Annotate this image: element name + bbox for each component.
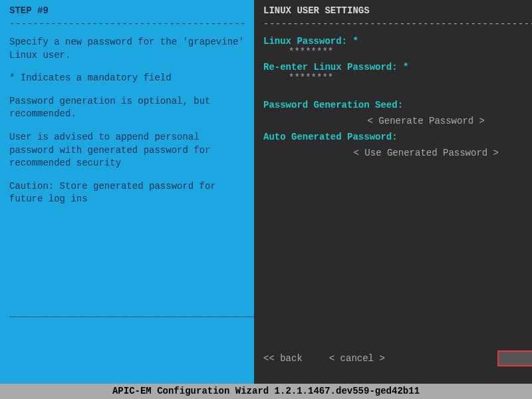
right-panel: LINUX USER SETTINGS --------------------…: [254, 0, 532, 384]
linux-password-field[interactable]: ********: [289, 47, 532, 57]
intro-text: Specify a new password for the 'grapevin…: [9, 36, 245, 62]
advice-text: User is advised to append personal passw…: [9, 131, 245, 170]
next-button[interactable]: next >>: [497, 350, 532, 366]
use-generated-password-button[interactable]: < Use Generated Password >: [263, 148, 532, 158]
footer-bar: APIC-EM Configuration Wizard 1.2.1.1467.…: [0, 384, 532, 399]
back-button[interactable]: << back: [263, 353, 303, 364]
reenter-password-field[interactable]: ********: [289, 72, 532, 83]
generation-note: Password generation is optional, but rec…: [9, 95, 245, 121]
left-bottom-divider: ________________________________________…: [9, 308, 245, 319]
linux-password-label: Linux Password: *: [263, 36, 532, 47]
mandatory-note: * Indicates a mandatory field: [9, 72, 245, 85]
auto-generated-label: Auto Generated Password:: [263, 132, 532, 142]
seed-label: Password Generation Seed:: [263, 100, 532, 110]
main-container: STEP #9 --------------------------------…: [0, 0, 532, 384]
left-divider: ----------------------------------------…: [9, 19, 245, 29]
nav-bar: << back < cancel > next >>: [263, 350, 532, 378]
reenter-password-group: Re-enter Linux Password: * ********: [263, 62, 532, 86]
generate-password-button[interactable]: < Generate Password >: [263, 116, 532, 126]
reenter-password-label: Re-enter Linux Password: *: [263, 62, 532, 72]
step-header: STEP #9: [9, 5, 245, 16]
caution-text: Caution: Store generated password for fu…: [9, 180, 245, 206]
linux-password-group: Linux Password: * ********: [263, 36, 532, 61]
left-instructions: Specify a new password for the 'grapevin…: [9, 36, 245, 308]
spacer: [263, 88, 532, 100]
left-panel: STEP #9 --------------------------------…: [0, 0, 254, 384]
right-divider: ----------------------------------------…: [263, 19, 532, 29]
cancel-button[interactable]: < cancel >: [329, 353, 385, 364]
settings-header: LINUX USER SETTINGS: [263, 5, 532, 16]
